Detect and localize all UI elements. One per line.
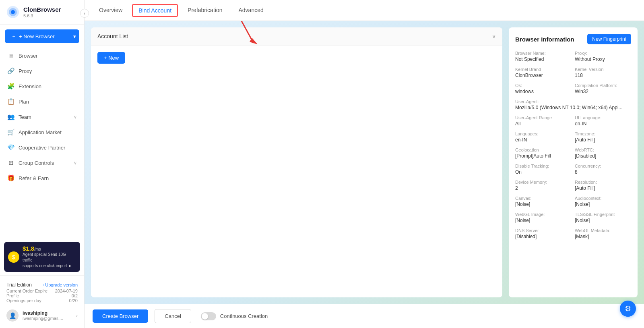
user-row[interactable]: 👤 iwashiping iwashiping@gmail.... ›	[0, 306, 84, 325]
info-cell-resolution: Resolution: [Auto Fill]	[575, 180, 631, 191]
info-cell-user-agent: User-Agent: Mozilla/5.0 (Windows NT 10.0…	[515, 99, 631, 110]
settings-icon: ⚙	[625, 304, 631, 313]
info-cell-dns-server: DNS Server [Disabled]	[515, 228, 572, 239]
openings-label: Openings per day	[6, 298, 41, 303]
browser-icon: 🖥	[7, 52, 14, 59]
promo-line1: Agent special Send 10G traffic	[23, 252, 76, 263]
info-cell-tls-ssl: TLS/SSL Fingerprint [Noise]	[575, 212, 631, 223]
info-cell-device-memory: Device Memory: 2	[515, 180, 572, 191]
sidebar-item-cooperative-partner[interactable]: 💎 Cooperative Partner	[0, 140, 84, 155]
browser-info-panel: Browser Information New Fingerprint Brow…	[509, 27, 638, 297]
sidebar-collapse-button[interactable]: ‹	[80, 9, 89, 18]
sidebar-item-plan[interactable]: 📋 Plan	[0, 94, 84, 109]
sidebar-item-label: Application Market	[19, 129, 77, 135]
sidebar-item-label: Cooperative Partner	[19, 145, 77, 151]
promo-badge: $	[8, 251, 19, 263]
proxy-icon: 🔗	[7, 67, 14, 75]
sidebar-item-label: Proxy	[19, 68, 77, 74]
order-expire-value: 2024-07-19	[55, 289, 78, 293]
info-cell-ui-language: UI Language: en-IN	[575, 115, 631, 127]
center-panel: Account List ∨ + New	[91, 27, 502, 297]
user-chevron-icon: ›	[76, 313, 78, 318]
user-name: iwashiping	[23, 310, 72, 316]
info-cell-kernel-version: Kernel Version 118	[575, 67, 631, 78]
continuous-creation-label: Continuous Creation	[220, 313, 268, 319]
info-cell-concurrency: Concurrency: 8	[575, 164, 631, 175]
info-cell-audiocontext: Audiocontext: [Noise]	[575, 196, 631, 207]
info-cell-disable-tracking: Disable Tracking: On	[515, 164, 572, 175]
promo-suffix: /mo	[34, 247, 41, 251]
sidebar-item-proxy[interactable]: 🔗 Proxy	[0, 63, 84, 79]
sidebar-item-extension[interactable]: 🧩 Extension	[0, 79, 84, 94]
profile-value: 0/2	[72, 293, 78, 298]
extension-icon: 🧩	[7, 83, 14, 90]
sidebar-item-label: Extension	[19, 83, 77, 89]
create-browser-button[interactable]: Create Browser	[93, 309, 148, 323]
tab-overview[interactable]: Overview	[93, 1, 129, 20]
logo-icon	[6, 6, 19, 19]
info-cell-canvas: Canvas: [Noise]	[515, 196, 572, 207]
info-cell-kernel-brand: Kernel Brand ClonBrowser	[515, 67, 572, 78]
logo-text: ClonBrowser 5.6.3	[23, 6, 61, 18]
partner-icon: 💎	[7, 144, 14, 151]
account-list-body: + New	[91, 46, 502, 297]
cancel-button[interactable]: Cancel	[155, 309, 191, 323]
continuous-creation-row: Continuous Creation	[201, 312, 268, 320]
tab-bind-account[interactable]: Bind Account	[132, 4, 178, 17]
new-browser-button[interactable]: ＋ + New Browser ▾	[5, 29, 79, 43]
sidebar-item-group-controls[interactable]: ⊞ Group Controls ∨	[0, 155, 84, 170]
group-icon: ⊞	[7, 159, 14, 166]
account-list-header: Account List ∨	[91, 27, 502, 46]
account-list-title: Account List	[97, 33, 128, 39]
browser-info-title: Browser Information	[515, 36, 574, 43]
continuous-creation-toggle[interactable]	[201, 312, 216, 320]
sidebar: ClonBrowser 5.6.3 ‹ ＋ + New Browser ▾ 🖥 …	[0, 0, 85, 328]
info-cell-webrtc: WebRTC: [Disabled]	[575, 147, 631, 159]
main-content: Overview Bind Account Prefabrication Adv…	[85, 0, 644, 328]
info-cell-timezone: Timezone: [Auto Fill]	[575, 131, 631, 143]
account-list-expand-icon[interactable]: ∨	[492, 33, 496, 39]
openings-value: 0/20	[69, 298, 78, 303]
promo-line2: supports one click import ►	[23, 263, 76, 269]
browser-info-grid: Browser Name: Not Specified Proxy: Witho…	[515, 51, 631, 239]
plan-icon: 📋	[7, 98, 14, 105]
tab-advanced[interactable]: Advanced	[232, 1, 270, 20]
sidebar-item-application-market[interactable]: 🛒 Application Market	[0, 125, 84, 140]
content-area: Account List ∨ + New Browser Information…	[85, 21, 644, 304]
app-name: ClonBrowser	[23, 6, 61, 13]
sidebar-item-team[interactable]: 👥 Team ∨	[0, 109, 84, 125]
sidebar-item-label: Group Controls	[19, 160, 70, 166]
user-email: iwashiping@gmail....	[23, 316, 72, 321]
browser-info-header: Browser Information New Fingerprint	[515, 34, 631, 44]
sidebar-item-label: Refer & Earn	[19, 175, 77, 181]
avatar: 👤	[6, 309, 19, 322]
info-cell-webgl-image: WebGL Image: [Noise]	[515, 212, 572, 223]
trial-info: Trial Edition +Upgrade version Current O…	[0, 279, 84, 306]
toggle-knob	[202, 313, 208, 320]
chevron-down-icon: ∨	[74, 160, 77, 166]
promo-banner[interactable]: $ $1.8/mo Agent special Send 10G traffic…	[4, 242, 80, 272]
trial-edition-label: Trial Edition	[6, 282, 32, 288]
sidebar-item-refer-earn[interactable]: 🎁 Refer & Earn	[0, 170, 84, 186]
svg-point-2	[11, 10, 15, 14]
sidebar-header: ClonBrowser 5.6.3	[0, 0, 84, 25]
new-browser-dropdown-icon[interactable]: ▾	[73, 33, 76, 39]
nav-items: 🖥 Browser 🔗 Proxy 🧩 Extension 📋 Plan 👥 T…	[0, 46, 84, 239]
sidebar-footer: Trial Edition +Upgrade version Current O…	[0, 275, 84, 328]
bottom-bar: Create Browser Cancel Continuous Creatio…	[85, 304, 644, 328]
promo-price: $1.8	[23, 245, 34, 252]
sidebar-item-label: Team	[19, 114, 70, 120]
new-fingerprint-button[interactable]: New Fingerprint	[587, 34, 631, 44]
info-cell-geolocation: Geolocation [Prompt]Auto Fill	[515, 147, 572, 159]
profile-label: Profile	[6, 293, 19, 298]
refer-icon: 🎁	[7, 174, 14, 182]
team-icon: 👥	[7, 113, 14, 120]
market-icon: 🛒	[7, 129, 14, 136]
sidebar-item-label: Plan	[19, 99, 77, 105]
top-tabs: Overview Bind Account Prefabrication Adv…	[85, 0, 644, 21]
tab-prefabrication[interactable]: Prefabrication	[181, 1, 229, 20]
float-settings-button[interactable]: ⚙	[620, 301, 636, 317]
sidebar-item-browser[interactable]: 🖥 Browser	[0, 48, 84, 63]
upgrade-link[interactable]: +Upgrade version	[43, 282, 78, 287]
new-account-button[interactable]: + New	[97, 52, 125, 64]
